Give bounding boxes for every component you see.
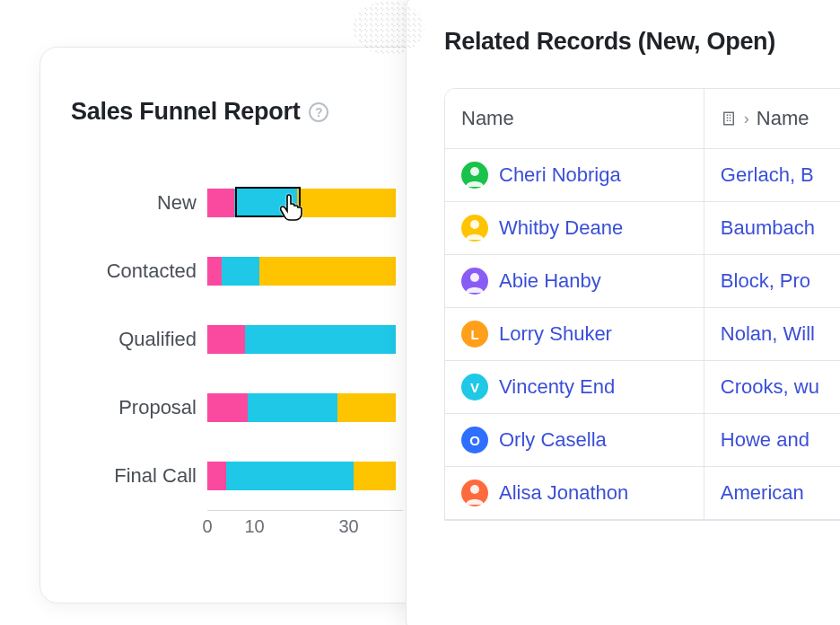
column-header-company-label: Name xyxy=(757,107,809,130)
building-icon xyxy=(721,110,737,127)
x-axis-tick: 30 xyxy=(338,516,358,537)
chart-bar[interactable] xyxy=(207,325,396,354)
chart-segment-cyan[interactable] xyxy=(248,393,337,422)
company-link[interactable]: Crooks, wu xyxy=(721,375,819,398)
table-row[interactable]: OOrly CasellaHowe and xyxy=(445,414,840,467)
funnel-chart[interactable]: NewContactedQualifiedProposalFinal Call … xyxy=(71,169,403,582)
records-table: Name › xyxy=(444,88,840,521)
chevron-right-icon: › xyxy=(744,110,749,128)
svg-point-8 xyxy=(470,220,479,229)
chart-segment-cyan[interactable] xyxy=(234,189,297,217)
person-cell[interactable]: VVincenty End xyxy=(445,361,704,414)
chart-row-label: Proposal xyxy=(71,396,197,419)
avatar: O xyxy=(461,427,488,453)
company-link[interactable]: Gerlach, B xyxy=(721,163,814,186)
company-cell[interactable]: Nolan, Will xyxy=(704,308,840,361)
chart-segment-cyan[interactable] xyxy=(245,325,396,354)
chart-row-label: Contacted xyxy=(71,260,197,283)
company-cell[interactable]: Howe and xyxy=(704,414,840,467)
column-header-name-label: Name xyxy=(461,107,514,129)
person-link[interactable]: Vincenty End xyxy=(499,375,615,399)
person-link[interactable]: Orly Casella xyxy=(499,428,607,452)
company-cell[interactable]: Baumbach xyxy=(704,202,840,255)
person-link[interactable]: Abie Hanby xyxy=(499,269,601,293)
chart-x-axis: 01030 xyxy=(207,510,403,546)
avatar xyxy=(461,480,488,506)
company-cell[interactable]: Block, Pro xyxy=(704,255,840,308)
report-title: Sales Funnel Report xyxy=(71,98,300,126)
chart-segment-yellow[interactable] xyxy=(337,393,396,422)
chart-bar[interactable] xyxy=(207,462,396,490)
avatar: L xyxy=(461,321,488,348)
company-link[interactable]: Nolan, Will xyxy=(721,322,815,345)
chart-segment-pink[interactable] xyxy=(207,189,234,217)
x-axis-tick: 0 xyxy=(202,516,212,537)
person-cell[interactable]: OOrly Casella xyxy=(445,414,704,467)
chart-segment-pink[interactable] xyxy=(207,462,226,490)
avatar: V xyxy=(461,374,488,401)
person-cell[interactable]: Alisa Jonathon xyxy=(445,467,704,520)
column-header-company[interactable]: › Name xyxy=(704,89,840,149)
chart-row[interactable]: Final Call xyxy=(207,442,403,510)
x-axis-tick: 10 xyxy=(244,516,264,537)
chart-row[interactable]: Qualified xyxy=(207,305,403,374)
svg-point-10 xyxy=(470,485,479,494)
sales-funnel-card: Sales Funnel Report ? NewContactedQualif… xyxy=(39,47,434,603)
chart-segment-yellow[interactable] xyxy=(297,189,396,217)
company-cell[interactable]: Crooks, wu xyxy=(704,361,840,414)
records-title: Related Records (New, Open) xyxy=(444,28,840,56)
chart-segment-yellow[interactable] xyxy=(259,257,396,286)
person-cell[interactable]: LLorry Shuker xyxy=(445,308,704,361)
person-link[interactable]: Whitby Deane xyxy=(499,216,623,240)
chart-row[interactable]: New xyxy=(207,169,403,237)
table-row[interactable]: Abie HanbyBlock, Pro xyxy=(445,255,840,308)
company-link[interactable]: Block, Pro xyxy=(721,269,810,292)
chart-segment-cyan[interactable] xyxy=(222,257,259,286)
help-icon[interactable]: ? xyxy=(309,102,328,122)
chart-segment-pink[interactable] xyxy=(207,393,248,422)
company-cell[interactable]: American xyxy=(704,467,840,520)
company-link[interactable]: Howe and xyxy=(721,428,809,451)
chart-bar[interactable] xyxy=(207,257,396,286)
chart-row-label: Qualified xyxy=(71,328,197,351)
person-link[interactable]: Lorry Shuker xyxy=(499,322,612,346)
chart-segment-pink[interactable] xyxy=(207,257,222,286)
chart-row-label: Final Call xyxy=(71,464,197,488)
company-link[interactable]: Baumbach xyxy=(721,216,815,239)
report-header: Sales Funnel Report ? xyxy=(71,98,403,126)
svg-rect-0 xyxy=(724,112,734,125)
person-link[interactable]: Cheri Nobriga xyxy=(499,163,621,187)
person-cell[interactable]: Cheri Nobriga xyxy=(445,149,704,202)
related-records-card: Related Records (New, Open) Name xyxy=(406,0,840,625)
svg-point-9 xyxy=(470,273,479,282)
chart-row-label: New xyxy=(71,191,197,215)
chart-bar[interactable] xyxy=(207,393,396,422)
avatar xyxy=(461,162,488,189)
person-link[interactable]: Alisa Jonathon xyxy=(499,481,628,505)
table-row[interactable]: Whitby DeaneBaumbach xyxy=(445,202,840,255)
table-row[interactable]: LLorry ShukerNolan, Will xyxy=(445,308,840,361)
person-cell[interactable]: Abie Hanby xyxy=(445,255,704,308)
chart-row[interactable]: Contacted xyxy=(207,237,403,305)
table-row[interactable]: Cheri NobrigaGerlach, B xyxy=(445,149,840,202)
chart-segment-yellow[interactable] xyxy=(354,462,396,490)
chart-segment-cyan[interactable] xyxy=(226,462,354,490)
chart-segment-pink[interactable] xyxy=(207,325,245,354)
avatar xyxy=(461,268,488,295)
chart-bar[interactable] xyxy=(207,189,396,217)
avatar xyxy=(461,215,488,242)
company-cell[interactable]: Gerlach, B xyxy=(704,149,840,202)
company-link[interactable]: American xyxy=(721,481,804,504)
table-row[interactable]: Alisa JonathonAmerican xyxy=(445,467,840,520)
person-cell[interactable]: Whitby Deane xyxy=(445,202,704,255)
column-header-name[interactable]: Name xyxy=(445,89,704,149)
table-row[interactable]: VVincenty EndCrooks, wu xyxy=(445,361,840,414)
chart-row[interactable]: Proposal xyxy=(207,374,403,442)
svg-point-7 xyxy=(470,167,479,176)
